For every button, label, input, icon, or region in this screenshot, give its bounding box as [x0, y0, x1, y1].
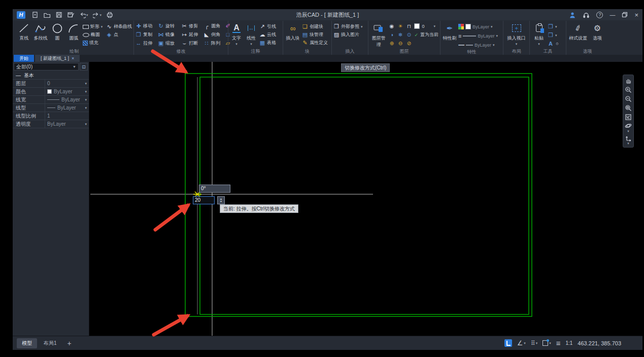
app-logo-icon[interactable]: H — [17, 11, 25, 19]
quick-select-button[interactable]: ⊡ — [80, 63, 88, 70]
redo-button[interactable]: ▾ — [93, 12, 102, 18]
style-settings-tool[interactable]: ✐样式设置 — [568, 21, 588, 42]
add-layout-button[interactable]: + — [67, 339, 72, 347]
chamfer-tool[interactable]: ◣倒角 — [204, 31, 225, 39]
undo-button[interactable]: ▾ — [79, 12, 88, 18]
mirror-tool[interactable]: ⋈镜像 — [158, 31, 181, 39]
scale-tool[interactable]: ▣缩放 — [158, 40, 181, 47]
attr-def-tool[interactable]: ✎属性定义 — [302, 39, 328, 47]
user-account-icon[interactable] — [569, 12, 576, 18]
zoom-out-button[interactable] — [624, 95, 632, 102]
lineweight-toggle-icon[interactable]: ≡ — [556, 339, 561, 347]
open-file-button[interactable] — [43, 11, 51, 18]
layer-visibility-icon[interactable]: ◉ — [388, 23, 395, 29]
insert-image-tool[interactable]: ▨插入图片 — [333, 31, 363, 39]
array-tool[interactable]: ∷阵列 — [204, 40, 225, 47]
tab-close-icon[interactable]: × — [72, 56, 74, 61]
prop-value-transparency[interactable]: ByLayer▾ — [45, 120, 89, 128]
layer-off-icon[interactable]: ◑ — [388, 31, 395, 38]
extend-tool[interactable]: ↦延伸 — [181, 31, 204, 39]
layer-delete-icon[interactable]: ⊘ — [405, 40, 412, 47]
snap-grid-button[interactable]: ⠿▾ — [531, 340, 537, 347]
find-replace-tool[interactable]: A○ — [548, 40, 559, 48]
layer-freeze-icon[interactable]: ❄ — [397, 31, 403, 38]
layer-dropdown-icon[interactable]: ▾ — [433, 24, 435, 28]
spline-tool[interactable]: ∿样条曲线 — [106, 23, 132, 30]
paste-tool[interactable]: 粘贴▾ — [531, 21, 547, 46]
orbit-dropdown-icon[interactable]: ▾ — [627, 129, 629, 133]
insert-block-tool[interactable]: ∞插入块 — [285, 21, 301, 42]
prop-value-layer[interactable]: 0▾ — [45, 80, 89, 87]
section-basic[interactable]: —基本 — [13, 72, 89, 80]
layer-color-swatch[interactable] — [414, 23, 420, 29]
undo-dropdown-icon[interactable]: ▾ — [86, 13, 88, 17]
stretch-tool[interactable]: ↔拉伸 — [135, 40, 158, 47]
zoom-window-button[interactable] — [624, 104, 632, 112]
copy-clip-tool[interactable]: ❐▾ — [548, 23, 559, 30]
drawing-canvas[interactable]: 切换修改方式(Ctrl) 0° 20 ▲▼ 当前: 拉伸。按Ctrl切换修改方式… — [89, 62, 642, 336]
prop-value-lineweight[interactable]: ByLayer▾ — [45, 96, 89, 103]
outer-rectangle[interactable] — [185, 74, 532, 316]
copy-tool[interactable]: ❐复制 — [135, 31, 158, 39]
annotation-scale[interactable]: 1:1 — [565, 340, 572, 346]
point-tool[interactable]: ◈点 — [106, 31, 132, 39]
rotate-tool[interactable]: ↻旋转 — [158, 22, 181, 30]
tab-drawing[interactable]: [ 新建图纸_1 ]× — [35, 55, 80, 62]
xref-tool[interactable]: ❒外部参照▾ — [333, 23, 363, 30]
circle-tool[interactable]: 圆 — [49, 21, 65, 42]
arc-tool[interactable]: 圆弧 — [66, 21, 82, 42]
move-tool[interactable]: ✚移动 — [135, 22, 158, 30]
polyline-tool[interactable]: 多段线 — [33, 21, 49, 42]
copy-clip-dropdown-icon[interactable]: ▾ — [555, 25, 557, 28]
trim-tool[interactable]: ✂修剪 — [181, 22, 204, 30]
layer-walk-icon[interactable]: ⊕ — [388, 40, 395, 47]
copy-base-tool[interactable]: ❒▾ — [548, 31, 559, 39]
linetype-dropdown-icon[interactable]: ▾ — [493, 43, 495, 47]
create-block-tool[interactable]: ❏创建块 — [302, 23, 328, 30]
lineweight-dropdown-icon[interactable]: ▾ — [496, 34, 498, 38]
copy-base-dropdown-icon[interactable]: ▾ — [555, 33, 557, 37]
match-properties-tool[interactable]: ✒特性刷 — [442, 21, 457, 42]
spinner-down-icon[interactable]: ▼ — [220, 200, 222, 203]
prop-value-linetype[interactable]: ByLayer▾ — [45, 104, 89, 112]
color-dropdown-icon[interactable]: ▾ — [491, 25, 493, 28]
viewport-dropdown-icon[interactable]: ▾ — [516, 42, 518, 46]
linear-dim-tool[interactable]: ↔线性▾ — [244, 21, 258, 46]
distance-input[interactable]: 20 — [193, 196, 215, 204]
table-tool[interactable]: ▦表格 — [259, 39, 276, 47]
inner-rectangle[interactable] — [200, 77, 529, 314]
support-headset-icon[interactable] — [583, 12, 590, 18]
paste-dropdown-icon[interactable]: ▾ — [538, 42, 540, 46]
ucs-button[interactable]: ▾ — [624, 135, 632, 145]
prop-value-color[interactable]: ByLayer▾ — [45, 88, 89, 95]
minimize-button[interactable]: — — [609, 12, 615, 18]
orbit-button[interactable]: ▾ — [624, 123, 632, 133]
close-button[interactable]: × — [634, 11, 638, 19]
layer-merge-icon[interactable]: ⊖ — [397, 40, 403, 47]
ellipse-tool[interactable]: 椭圆 — [83, 31, 105, 39]
print-button[interactable] — [106, 11, 113, 18]
save-button[interactable] — [55, 11, 62, 18]
linear-dim-dropdown-icon[interactable]: ▾ — [250, 42, 252, 46]
layout1-tab[interactable]: 布局1 — [39, 338, 62, 348]
layer-lock-icon[interactable]: ⊓ — [405, 23, 412, 29]
selection-filter-select[interactable]: 全部(0)▼ — [14, 63, 79, 70]
set-current-layer-button[interactable]: 置为当前 — [420, 31, 438, 38]
zoom-extents-button[interactable] — [624, 114, 632, 121]
zoom-in-button[interactable] — [624, 86, 632, 93]
block-manager-tool[interactable]: ▤块管理 — [302, 31, 328, 39]
input-spinner[interactable]: ▲▼ — [217, 196, 225, 204]
ortho-toggle-icon[interactable] — [504, 339, 512, 347]
break-tool[interactable]: ⌣打断 — [181, 40, 204, 47]
options-tool[interactable]: ⚙选项 — [589, 21, 605, 42]
layer-manager-tool[interactable]: 图层管理 — [370, 21, 387, 48]
restore-button[interactable] — [622, 12, 628, 18]
pan-button[interactable] — [624, 77, 632, 84]
polar-tracking-button[interactable]: ∠▾ — [517, 339, 526, 347]
ucs-dropdown-icon[interactable]: ▾ — [627, 141, 629, 145]
line-tool[interactable]: 直线 — [16, 21, 32, 42]
revcloud-tool[interactable]: ☁云线 — [259, 31, 276, 39]
model-tab[interactable]: 模型 — [17, 338, 37, 348]
rectangle-dropdown-icon[interactable]: ▾ — [101, 25, 103, 28]
angle-input[interactable]: 0° — [199, 185, 230, 193]
